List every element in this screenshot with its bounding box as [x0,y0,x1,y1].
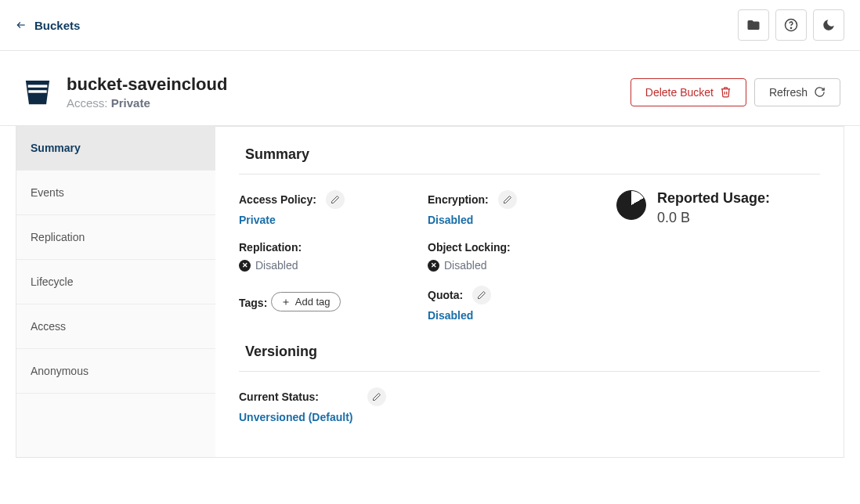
access-policy-label: Access Policy: [239,193,316,206]
pencil-icon [477,290,486,300]
usage-title: Reported Usage: [657,190,770,207]
svg-rect-4 [28,90,46,92]
usage-value: 0.0 B [657,210,770,226]
sidebar-item-anonymous[interactable]: Anonymous [16,349,215,394]
replication-label: Replication: [239,241,302,254]
pencil-icon [503,195,512,204]
sidebar-item-summary[interactable]: Summary [16,126,215,171]
page-title: bucket-saveincloud [67,74,227,95]
disabled-icon [428,260,439,272]
access-policy-value[interactable]: Private [239,214,412,226]
refresh-button[interactable]: Refresh [754,78,840,106]
breadcrumb-area[interactable]: Buckets [16,19,80,32]
refresh-icon [814,86,826,98]
encryption-value[interactable]: Disabled [428,214,601,226]
replication-field: Replication: Disabled [239,240,412,272]
replication-value: Disabled [255,259,298,272]
page-subtitle: Access: Private [67,96,227,110]
tags-label: Tags: [239,297,267,309]
moon-icon [822,18,836,32]
back-arrow-icon [16,20,27,31]
pencil-icon [372,392,381,401]
versioning-title: Versioning [245,344,820,360]
sidebar-item-events[interactable]: Events [16,171,215,215]
edit-access-policy-button[interactable] [326,190,345,209]
reported-usage: Reported Usage: 0.0 B [616,190,820,336]
quota-value[interactable]: Disabled [428,309,601,322]
svg-point-2 [790,27,791,28]
edit-versioning-button[interactable] [367,387,386,406]
trash-icon [720,86,732,98]
divider [239,174,820,175]
current-status-value[interactable]: Unversioned (Default) [239,411,820,423]
summary-title: Summary [245,146,820,163]
sidebar-item-access[interactable]: Access [16,304,215,349]
pie-chart-icon [616,190,646,220]
page-header: bucket-saveincloud Access: Private Delet… [0,51,860,126]
current-status-label: Current Status: [239,391,319,403]
pencil-icon [331,195,340,204]
add-tag-button[interactable]: Add tag [271,292,341,311]
tags-field: Tags: Add tag [239,286,412,311]
folder-button[interactable] [738,9,769,41]
help-button[interactable] [775,9,807,41]
topbar-actions [738,9,844,41]
delete-bucket-label: Delete Bucket [645,86,714,99]
access-value: Private [111,96,150,110]
quota-field: Quota: Disabled [428,286,601,322]
edit-quota-button[interactable] [472,286,491,304]
encryption-label: Encryption: [428,193,489,206]
object-locking-field: Object Locking: Disabled [428,240,601,272]
refresh-label: Refresh [769,86,808,99]
dark-mode-button[interactable] [813,9,844,41]
folder-icon [746,18,761,32]
quota-label: Quota: [428,289,463,301]
help-icon [784,18,798,32]
sidebar: Summary Events Replication Lifecycle Acc… [16,126,215,458]
object-locking-label: Object Locking: [428,241,511,254]
main-panel: Summary Access Policy: Private Replicat [215,126,844,458]
summary-col-1: Access Policy: Private Replication: Disa… [239,190,412,336]
disabled-icon [239,260,251,272]
top-bar: Buckets [0,0,860,51]
add-tag-label: Add tag [295,296,331,308]
edit-encryption-button[interactable] [498,190,517,209]
svg-rect-3 [27,85,47,87]
encryption-field: Encryption: Disabled [428,190,601,226]
access-policy-field: Access Policy: Private [239,190,412,226]
divider [239,371,820,372]
plus-icon [281,297,291,307]
sidebar-item-lifecycle[interactable]: Lifecycle [16,260,215,304]
object-locking-value: Disabled [444,259,486,272]
summary-col-2: Encryption: Disabled Object Locking: Dis… [428,190,601,336]
delete-bucket-button[interactable]: Delete Bucket [631,78,746,106]
access-label: Access: [67,96,108,110]
body: Summary Events Replication Lifecycle Acc… [16,126,844,458]
current-status-field: Current Status: Unversioned (Default) [239,387,820,423]
sidebar-item-replication[interactable]: Replication [16,215,215,260]
breadcrumb[interactable]: Buckets [34,19,80,32]
bucket-icon [20,74,55,110]
